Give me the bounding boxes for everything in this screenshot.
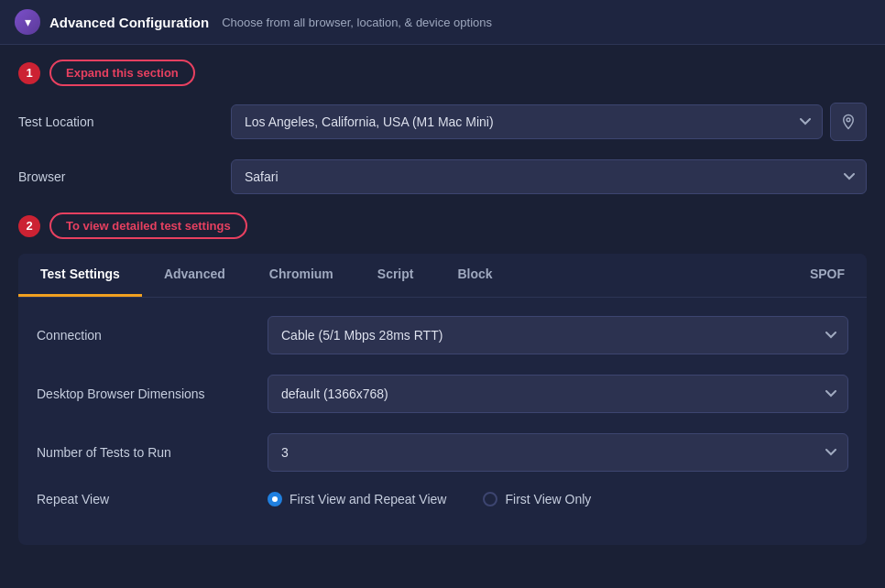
num-tests-label: Number of Tests to Run: [37, 445, 257, 460]
repeat-view-radio-group: First View and Repeat View First View On…: [268, 492, 848, 506]
tabs-header: Test Settings Advanced Chromium Script B…: [18, 254, 867, 298]
tab-content-test-settings: Connection Cable (5/1 Mbps 28ms RTT) DSL…: [18, 298, 867, 545]
svg-point-0: [847, 118, 850, 122]
browser-select[interactable]: Safari Chrome Firefox Edge: [231, 159, 867, 194]
radio-first-and-repeat[interactable]: First View and Repeat View: [268, 492, 446, 506]
main-content: 1 Expand this section Test Location Los …: [0, 45, 885, 560]
repeat-view-row: Repeat View First View and Repeat View F…: [37, 492, 848, 506]
tab-advanced[interactable]: Advanced: [142, 254, 247, 297]
tab-script[interactable]: Script: [355, 254, 436, 297]
radio-first-only-circle: [483, 492, 497, 506]
view-settings-button[interactable]: To view detailed test settings: [49, 212, 247, 239]
tab-spof[interactable]: SPOF: [788, 254, 867, 297]
tab-chromium[interactable]: Chromium: [247, 254, 355, 297]
tab-block[interactable]: Block: [435, 254, 514, 297]
connection-control: Cable (5/1 Mbps 28ms RTT) DSL 3G Fast LT…: [268, 316, 848, 354]
radio-first-only[interactable]: First View Only: [483, 492, 591, 506]
radio-first-only-label: First View Only: [505, 492, 591, 506]
connection-row: Connection Cable (5/1 Mbps 28ms RTT) DSL…: [37, 316, 848, 354]
dimensions-label: Desktop Browser Dimensions: [37, 387, 257, 401]
tabs-panel: Test Settings Advanced Chromium Script B…: [18, 254, 867, 545]
num-tests-row: Number of Tests to Run 1 2 3 4 5: [37, 433, 848, 472]
location-pin-icon: [840, 114, 857, 130]
connection-select[interactable]: Cable (5/1 Mbps 28ms RTT) DSL 3G Fast LT…: [268, 316, 848, 354]
expand-section-button[interactable]: Expand this section: [49, 60, 195, 86]
radio-first-and-repeat-circle: [268, 492, 282, 506]
header-title: Advanced Configuration: [49, 15, 209, 30]
dimensions-select[interactable]: default (1366x768) 1920x1080 1280x720 37…: [268, 375, 848, 413]
test-location-row: Test Location Los Angeles, California, U…: [18, 103, 867, 141]
num-tests-control: 1 2 3 4 5: [268, 433, 848, 472]
location-pin-button[interactable]: [830, 103, 867, 141]
step1-badge: 1: [18, 62, 40, 84]
num-tests-select[interactable]: 1 2 3 4 5: [268, 433, 848, 472]
radio-first-and-repeat-label: First View and Repeat View: [290, 492, 446, 506]
test-location-control-group: Los Angeles, California, USA (M1 Mac Min…: [231, 103, 867, 141]
step2-row: 2 To view detailed test settings: [18, 212, 867, 239]
browser-label: Browser: [18, 169, 220, 184]
connection-label: Connection: [37, 328, 257, 343]
step2-badge: 2: [18, 215, 40, 237]
repeat-view-control: First View and Repeat View First View On…: [268, 492, 848, 506]
collapse-icon[interactable]: ▾: [15, 9, 40, 35]
repeat-view-label: Repeat View: [37, 492, 257, 506]
browser-row: Browser Safari Chrome Firefox Edge: [18, 159, 867, 194]
test-location-select[interactable]: Los Angeles, California, USA (M1 Mac Min…: [231, 104, 823, 139]
browser-control-group: Safari Chrome Firefox Edge: [231, 159, 867, 194]
dimensions-control: default (1366x768) 1920x1080 1280x720 37…: [268, 375, 848, 413]
dimensions-row: Desktop Browser Dimensions default (1366…: [37, 375, 848, 413]
test-location-label: Test Location: [18, 114, 220, 129]
header-subtitle: Choose from all browser, location, & dev…: [222, 16, 492, 29]
header-bar: ▾ Advanced Configuration Choose from all…: [0, 0, 885, 45]
step1-row: 1 Expand this section: [18, 60, 867, 86]
tab-test-settings[interactable]: Test Settings: [18, 254, 142, 297]
